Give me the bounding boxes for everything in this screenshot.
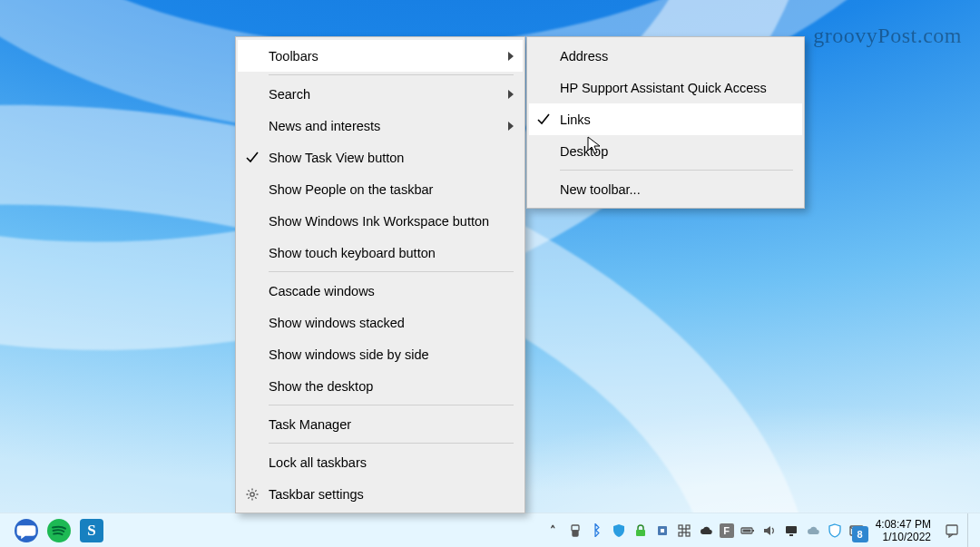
menu-label: Lock all taskbars (269, 455, 367, 470)
taskbar-context-menu: Toolbars Search News and interests Show … (235, 36, 525, 513)
tray-usb-icon[interactable] (567, 523, 583, 539)
submenu-item-links[interactable]: Links (529, 103, 802, 135)
tray-lock-icon[interactable] (632, 523, 649, 539)
svg-rect-3 (573, 531, 578, 536)
menu-item-task-manager[interactable]: Task Manager (238, 408, 523, 440)
chevron-right-icon (508, 90, 514, 99)
checkmark-icon (245, 150, 260, 164)
submenu-item-new-toolbar[interactable]: New toolbar... (529, 173, 802, 205)
svg-marker-1 (588, 137, 600, 153)
svg-marker-15 (764, 526, 770, 535)
tray-mail-icon[interactable]: 8 (848, 523, 865, 539)
tray-bluetooth-icon[interactable]: ᛒ (589, 523, 605, 539)
menu-label: Show the desktop (269, 379, 373, 394)
svg-rect-4 (636, 530, 645, 536)
submenu-item-desktop[interactable]: Desktop (529, 135, 802, 167)
menu-item-show-touch-keyboard[interactable]: Show touch keyboard button (238, 237, 523, 269)
tray-security-icon[interactable] (827, 523, 843, 539)
menu-label: Toolbars (269, 49, 318, 63)
menu-item-show-desktop[interactable]: Show the desktop (238, 370, 523, 402)
svg-rect-13 (752, 530, 754, 532)
tray-chip-icon[interactable] (654, 523, 671, 539)
toolbars-submenu: Address HP Support Assistant Quick Acces… (526, 36, 805, 209)
mail-badge-count: 8 (852, 526, 868, 542)
clock-time: 4:08:47 PM (876, 518, 931, 531)
taskbar-right: ˄ ᛒ F (545, 513, 980, 548)
tray-grid-icon[interactable] (676, 523, 692, 539)
taskbar-app-spotify[interactable] (45, 517, 73, 544)
menu-separator (269, 74, 514, 75)
menu-label: Show windows side by side (269, 347, 429, 362)
checkmark-icon (536, 112, 551, 126)
menu-item-lock-taskbars[interactable]: Lock all taskbars (238, 446, 523, 478)
menu-item-cascade-windows[interactable]: Cascade windows (238, 275, 523, 307)
spotify-icon (45, 517, 73, 544)
taskbar[interactable]: S ˄ ᛒ F (0, 513, 980, 547)
gear-icon (245, 487, 260, 502)
menu-label: Cascade windows (269, 284, 375, 298)
snagit-letter: S (87, 522, 95, 540)
tray-volume-icon[interactable] (761, 523, 778, 539)
tray-battery-icon[interactable] (740, 523, 756, 539)
mouse-cursor-icon (587, 136, 603, 156)
menu-label: Search (269, 87, 310, 102)
svg-point-0 (250, 492, 254, 495)
menu-separator (269, 405, 514, 405)
menu-label: Show Task View button (269, 151, 404, 165)
menu-label: Task Manager (269, 417, 351, 432)
menu-separator (269, 443, 514, 444)
svg-rect-19 (946, 525, 957, 534)
clock-date: 1/10/2022 (883, 531, 931, 543)
tray-f-square-icon[interactable]: F (720, 523, 734, 538)
menu-item-search[interactable]: Search (238, 78, 523, 110)
tray-cloud-dark-icon[interactable] (698, 523, 714, 539)
tray-monitor-icon[interactable] (783, 523, 799, 539)
watermark-text: groovyPost.com (813, 24, 962, 48)
menu-item-show-people[interactable]: Show People on the taskbar (238, 173, 523, 205)
tray-shield-icon[interactable] (611, 523, 627, 539)
svg-rect-11 (682, 529, 686, 532)
submenu-item-hp-quick-access[interactable]: HP Support Assistant Quick Access (529, 72, 802, 103)
menu-item-show-task-view[interactable]: Show Task View button (238, 142, 523, 173)
menu-item-show-ink[interactable]: Show Windows Ink Workspace button (238, 205, 523, 237)
svg-rect-14 (742, 529, 750, 532)
menu-separator (269, 271, 514, 272)
svg-rect-16 (786, 526, 797, 533)
menu-item-side-by-side[interactable]: Show windows side by side (238, 338, 523, 370)
taskbar-clock[interactable]: 4:08:47 PM 1/10/2022 (870, 518, 936, 543)
action-center-button[interactable] (942, 523, 962, 539)
menu-item-toolbars[interactable]: Toolbars (238, 40, 523, 72)
chat-bubble-icon (13, 517, 40, 544)
menu-label: Address (560, 49, 608, 63)
taskbar-app-snagit[interactable]: S (78, 517, 105, 544)
menu-label: News and interests (269, 119, 380, 133)
svg-rect-17 (789, 534, 793, 536)
menu-label: Taskbar settings (269, 487, 364, 502)
menu-separator (560, 170, 793, 171)
tray-expand-button[interactable]: ˄ (545, 523, 562, 539)
menu-label: Show People on the taskbar (269, 182, 433, 197)
menu-item-news-and-interests[interactable]: News and interests (238, 110, 523, 142)
tray-onedrive-icon[interactable] (805, 523, 821, 539)
chevron-right-icon (508, 122, 514, 131)
menu-label: New toolbar... (560, 182, 641, 197)
svg-rect-2 (572, 525, 579, 531)
menu-item-taskbar-settings[interactable]: Taskbar settings (238, 478, 523, 510)
taskbar-left: S (0, 517, 105, 544)
taskbar-app-signal[interactable] (13, 517, 40, 544)
submenu-item-address[interactable]: Address (529, 40, 802, 72)
chevron-right-icon (508, 52, 514, 61)
menu-label: Show touch keyboard button (269, 246, 436, 260)
menu-label: Show Windows Ink Workspace button (269, 214, 489, 229)
menu-label: Show windows stacked (269, 316, 405, 330)
menu-label: HP Support Assistant Quick Access (560, 81, 767, 95)
menu-label: Links (560, 112, 591, 127)
svg-rect-6 (661, 529, 664, 532)
menu-item-stacked[interactable]: Show windows stacked (238, 307, 523, 338)
show-desktop-button[interactable] (967, 513, 973, 548)
